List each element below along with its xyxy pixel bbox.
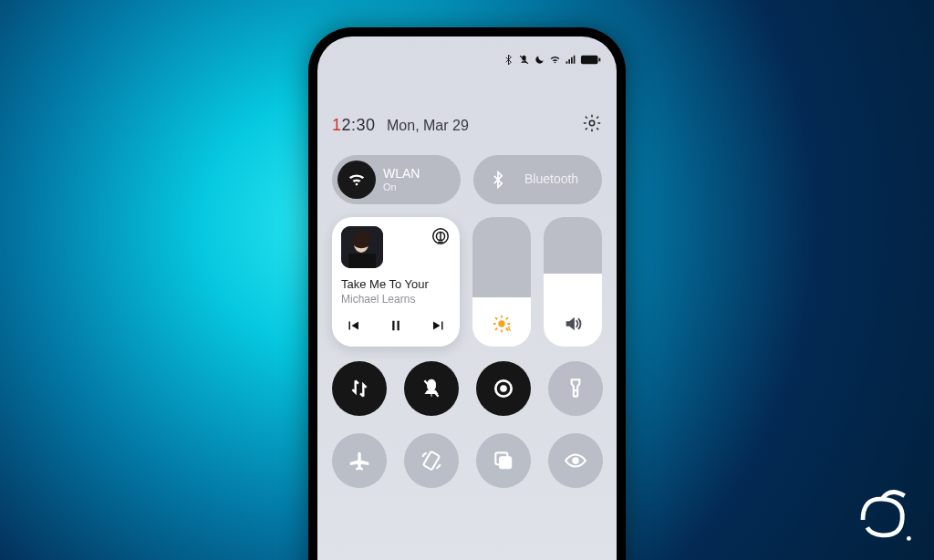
airplane-toggle[interactable] [332, 433, 387, 488]
flashlight-toggle[interactable] [548, 361, 603, 416]
toggles-grid [332, 361, 602, 488]
screenshot-toggle[interactable] [476, 433, 531, 488]
phone-frame: 12:30 Mon, Mar 29 WLAN On [308, 27, 626, 560]
date-label: Mon, Mar 29 [387, 118, 469, 133]
svg-text:A: A [507, 326, 512, 332]
svg-point-3 [589, 120, 595, 126]
svg-rect-1 [581, 55, 598, 63]
volume-slider[interactable] [544, 217, 602, 347]
media-player-card[interactable]: Take Me To Your Michael Learns [332, 217, 460, 347]
svg-line-14 [495, 317, 497, 319]
dnd-moon-status-icon [534, 54, 545, 66]
mute-icon [420, 377, 443, 400]
mute-toggle[interactable] [404, 361, 459, 416]
control-center-screen: 12:30 Mon, Mar 29 WLAN On [317, 36, 617, 560]
cast-button[interactable] [431, 226, 451, 250]
location-toggle[interactable] [476, 361, 531, 416]
wifi-status-icon [549, 54, 561, 66]
album-art [341, 226, 383, 268]
eye-icon [564, 449, 587, 472]
eye-comfort-toggle[interactable] [548, 433, 603, 488]
pause-icon [388, 317, 404, 334]
wallpaper-background: 12:30 Mon, Mar 29 WLAN On [0, 0, 934, 560]
wlan-status: On [383, 181, 420, 192]
media-controls [341, 317, 451, 337]
brightness-slider[interactable]: A [472, 217, 531, 347]
wifi-icon [337, 161, 376, 199]
location-icon [492, 377, 515, 400]
brightness-icon: A [472, 314, 531, 334]
mute-status-icon [518, 54, 530, 66]
media-slider-row: Take Me To Your Michael Learns A [332, 217, 602, 347]
gear-icon [582, 113, 602, 133]
cast-icon [431, 226, 451, 246]
next-button[interactable] [431, 317, 447, 337]
bluetooth-toggle[interactable]: Bluetooth [473, 155, 602, 204]
svg-rect-2 [598, 57, 600, 61]
svg-point-9 [498, 320, 504, 327]
svg-line-16 [495, 328, 497, 330]
mobile-data-icon [348, 377, 371, 400]
screenshot-icon [492, 449, 515, 472]
svg-rect-25 [500, 457, 512, 469]
skip-next-icon [431, 317, 447, 334]
time-and-date: 12:30 Mon, Mar 29 [332, 116, 469, 135]
pause-button[interactable] [388, 317, 404, 337]
bluetooth-icon [479, 161, 517, 199]
signal-status-icon [565, 54, 576, 66]
wlan-toggle[interactable]: WLAN On [332, 155, 461, 204]
watermark-logo [852, 482, 918, 551]
svg-point-27 [907, 536, 911, 541]
wlan-label: WLAN [383, 167, 420, 181]
mobile-data-toggle[interactable] [332, 361, 387, 416]
bluetooth-label: Bluetooth [524, 172, 578, 186]
status-bar [332, 36, 602, 77]
prev-button[interactable] [345, 317, 361, 337]
settings-button[interactable] [582, 113, 602, 137]
clock-time: 12:30 [332, 116, 376, 134]
svg-line-17 [506, 317, 508, 319]
svg-rect-6 [348, 254, 376, 268]
quick-toggle-row: WLAN On Bluetooth [332, 155, 602, 204]
track-artist: Michael Learns [341, 293, 451, 306]
airplane-icon [348, 449, 371, 472]
header-row: 12:30 Mon, Mar 29 [332, 113, 602, 137]
svg-point-21 [501, 386, 507, 392]
battery-status-icon [580, 54, 602, 66]
auto-rotate-icon [420, 449, 443, 472]
svg-point-26 [573, 458, 579, 464]
track-title: Take Me To Your [341, 277, 451, 291]
flashlight-icon [564, 377, 587, 400]
bluetooth-status-icon [503, 54, 514, 66]
skip-prev-icon [345, 317, 361, 334]
volume-icon [544, 314, 602, 334]
auto-rotate-toggle[interactable] [404, 433, 459, 488]
